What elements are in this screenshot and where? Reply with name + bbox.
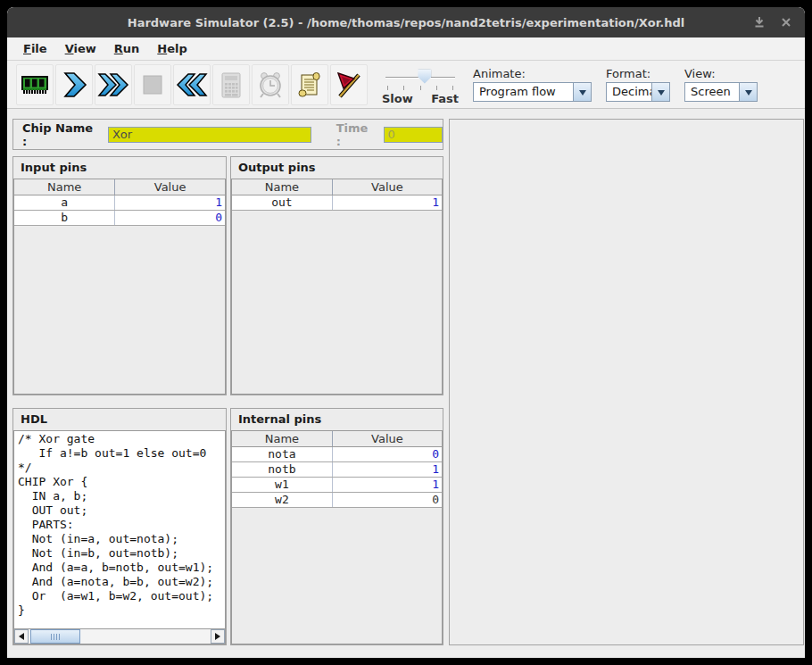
slider-ticks	[387, 86, 453, 90]
column-header-value: Value	[333, 431, 442, 446]
view-value: Screen	[685, 83, 739, 101]
pin-name: notb	[232, 462, 333, 477]
hdl-title: HDL	[13, 409, 226, 430]
scrollbar-thumb[interactable]	[30, 629, 80, 644]
screen-view-panel	[449, 119, 804, 645]
code-line: IN a, b;	[18, 489, 221, 503]
close-icon	[781, 17, 791, 28]
code-line: OUT out;	[18, 503, 221, 518]
table-row: a 1	[14, 195, 225, 211]
code-line: PARTS:	[18, 518, 221, 532]
code-line: /* Xor gate	[18, 432, 221, 446]
format-select[interactable]: Decimal	[606, 82, 670, 102]
chip-name-field[interactable]: Xor	[108, 127, 311, 143]
hdl-code[interactable]: /* Xor gate If a!=b out=1 else out=0 */ …	[14, 431, 225, 628]
output-pins-table: Name Value out 1	[231, 179, 443, 395]
pin-name: w2	[232, 493, 333, 507]
output-pins-panel: Output pins Name Value out 1	[230, 156, 443, 395]
chevron-down-icon[interactable]	[739, 83, 757, 101]
code-line: Not (in=b, out=notb);	[18, 546, 221, 561]
time-field: 0	[384, 127, 443, 143]
hdl-panel: HDL /* Xor gate If a!=b out=1 else out=0…	[12, 408, 227, 645]
scrollbar-track[interactable]	[80, 629, 211, 644]
view-label: View:	[684, 67, 758, 80]
scroll-right-button[interactable]	[211, 629, 225, 644]
internal-pins-title: Internal pins	[231, 409, 443, 430]
pin-value[interactable]: 1	[115, 195, 225, 210]
run-button[interactable]	[95, 64, 132, 105]
chevron-down-icon[interactable]	[573, 83, 591, 101]
pin-name: w1	[232, 478, 333, 492]
close-button[interactable]	[776, 13, 796, 31]
input-pins-panel: Input pins Name Value a 1 b 0	[12, 156, 227, 395]
window-title: Hardware Simulator (2.5) - /home/thomas/…	[128, 16, 685, 29]
output-pins-title: Output pins	[231, 157, 443, 179]
table-row: w1 1	[232, 478, 442, 493]
pin-value[interactable]: 0	[115, 211, 225, 225]
menu-view[interactable]: View	[56, 39, 105, 58]
animate-value: Program flow	[474, 83, 573, 101]
chevron-down-icon[interactable]	[651, 83, 669, 101]
menu-bar: File View Run Help	[7, 37, 805, 61]
scroll-left-button[interactable]	[14, 629, 29, 644]
code-line: And (a=a, b=notb, out=w1);	[18, 561, 221, 575]
view-select[interactable]: Screen	[684, 82, 758, 102]
menu-file[interactable]: File	[14, 39, 56, 58]
table-row: w2 0	[232, 493, 442, 508]
time-label: Time :	[336, 121, 377, 148]
table-row: nota 0	[232, 447, 442, 462]
code-line: If a!=b out=1 else out=0	[18, 446, 221, 461]
clock-button	[252, 64, 289, 105]
animate-label: Animate:	[473, 67, 592, 80]
minimize-button[interactable]	[750, 13, 769, 31]
column-header-name: Name	[232, 431, 333, 446]
hdl-horizontal-scrollbar[interactable]	[14, 628, 225, 644]
menu-help[interactable]: Help	[148, 39, 195, 58]
title-bar: Hardware Simulator (2.5) - /home/thomas/…	[7, 7, 805, 37]
slider-thumb[interactable]	[418, 70, 431, 84]
hdl-viewer: /* Xor gate If a!=b out=1 else out=0 */ …	[13, 430, 226, 644]
code-line: Or (a=w1, b=w2, out=out);	[18, 589, 221, 603]
slider-label-slow: Slow	[382, 92, 413, 105]
toolbar: Slow Fast Animate: Program flow Format: …	[7, 61, 805, 109]
pin-value: 1	[333, 478, 442, 492]
load-chip-button[interactable]	[16, 64, 54, 105]
rewind-icon	[176, 71, 208, 99]
pin-value: 1	[333, 195, 442, 210]
main-content: Chip Name : Xor Time : 0 Input pins Name…	[7, 109, 805, 658]
column-header-value: Value	[333, 179, 442, 195]
animate-select[interactable]: Program flow	[473, 82, 592, 102]
breakpoints-button[interactable]	[330, 64, 368, 105]
single-step-button[interactable]	[55, 64, 93, 105]
menu-run[interactable]: Run	[105, 39, 149, 58]
fast-forward-icon	[97, 71, 129, 99]
table-row: out 1	[232, 195, 442, 211]
speed-slider[interactable]: Slow Fast	[382, 64, 459, 105]
column-header-name: Name	[232, 179, 333, 195]
slider-label-fast: Fast	[431, 92, 459, 105]
table-row: notb 1	[232, 462, 442, 478]
chip-name-label: Chip Name :	[22, 121, 101, 148]
minimize-icon	[753, 16, 766, 29]
table-row: b 0	[14, 211, 225, 226]
column-header-value: Value	[115, 179, 225, 195]
view-hdl-button[interactable]	[291, 64, 328, 105]
pin-value: 0	[333, 493, 442, 507]
code-line: */	[18, 461, 221, 475]
code-line: And (a=nota, b=b, out=w2);	[18, 575, 221, 589]
calculator-button	[212, 64, 250, 105]
stop-icon	[142, 74, 163, 96]
pin-name: nota	[232, 447, 333, 461]
format-value: Decimal	[607, 83, 651, 101]
internal-pins-table: Name Value nota 0 notb 1	[231, 430, 443, 644]
code-line: CHIP Xor {	[18, 475, 221, 489]
calculator-icon	[216, 70, 246, 100]
pin-name: out	[232, 195, 333, 210]
reset-button[interactable]	[173, 64, 211, 105]
column-header-name: Name	[14, 179, 115, 195]
input-pins-table: Name Value a 1 b 0	[13, 179, 226, 395]
chip-name-bar: Chip Name : Xor Time : 0	[12, 119, 443, 150]
internal-pins-panel: Internal pins Name Value nota 0 notb	[230, 408, 443, 645]
code-line: Not (in=a, out=nota);	[18, 532, 221, 546]
alarm-clock-icon	[255, 70, 286, 100]
